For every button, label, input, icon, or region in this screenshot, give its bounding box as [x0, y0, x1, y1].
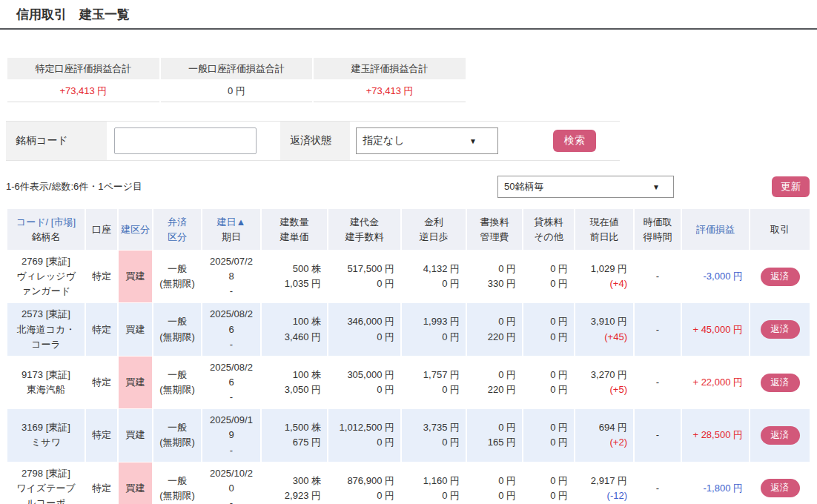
- current-price-cell: 2,917 円 (-12): [575, 462, 633, 504]
- account-cell: 特定: [86, 409, 117, 461]
- column-header-line: 口座: [88, 222, 115, 237]
- summary-value-tokutei: +73,413 円: [7, 81, 159, 102]
- stock-code-input[interactable]: [114, 127, 257, 154]
- quantity-cell: 100 株 3,460 円: [262, 303, 327, 355]
- negative-interest: 0 円: [408, 382, 460, 397]
- repayment-type-cell: 一般 (無期限): [153, 409, 201, 461]
- stock-code: 2798 [東証]: [13, 466, 79, 481]
- current-price-cell: 3,270 円 (+5): [575, 357, 633, 408]
- action-cell: 返済: [750, 462, 810, 504]
- search-button[interactable]: 検索: [553, 130, 596, 152]
- page-size-select[interactable]: 50銘柄毎 ▼: [497, 176, 674, 198]
- repayment-type: 一般: [159, 474, 195, 488]
- column-header[interactable]: 評価損益: [682, 209, 749, 250]
- stock-cell: 3169 [東証] ミサワ: [7, 409, 85, 461]
- stock-name: ヴィレッジヴァンガード: [13, 269, 79, 299]
- repay-button[interactable]: 返済: [761, 320, 800, 339]
- pl-cell: + 22,000 円: [682, 357, 749, 408]
- repayment-type-cell: 一般 (無期限): [153, 357, 201, 408]
- column-header[interactable]: 弁済区分: [153, 209, 201, 250]
- quantity: 500 株: [268, 262, 321, 276]
- other-fee: 0 円: [529, 488, 568, 503]
- column-header-line: コード/ [市場]: [10, 215, 82, 230]
- column-header-line: 弁済: [156, 215, 199, 230]
- column-header: 口座: [86, 209, 117, 250]
- summary-value-row: +73,413 円 0 円 +73,413 円: [7, 81, 466, 102]
- column-header[interactable]: 建日▲期日: [202, 209, 260, 250]
- repayment-type-cell: 一般 (無期限): [153, 251, 201, 302]
- date-cell: 2025/09/19 -: [202, 409, 260, 461]
- column-header[interactable]: コード/ [市場]銘柄名: [7, 209, 85, 250]
- current-price: 3,270 円: [581, 368, 627, 382]
- column-header-line: 現在値: [578, 215, 631, 230]
- position-row: 2798 [東証] ワイズテーブルコーポ 特定 買建 一般 (無期限) 2025…: [7, 462, 810, 504]
- current-price: 2,917 円: [581, 474, 627, 488]
- price-time-cell: -: [635, 251, 681, 302]
- column-header-line: 区分: [156, 230, 199, 245]
- rewrite-fee-cell: 0 円 0 円: [467, 462, 522, 504]
- unit-price: 2,923 円: [268, 488, 321, 503]
- summary-value-tategyoku: +73,413 円: [314, 81, 466, 102]
- stock-code: 2769 [東証]: [13, 254, 79, 269]
- interest-cell: 3,735 円 0 円: [402, 409, 466, 461]
- date-cell: 2025/08/26 -: [202, 303, 260, 355]
- quantity-cell: 100 株 3,050 円: [262, 357, 327, 408]
- repay-button[interactable]: 返済: [761, 479, 800, 497]
- column-header-line: 管理費: [469, 230, 520, 245]
- column-header: 現在値前日比: [575, 209, 633, 250]
- interest: 4,132 円: [408, 262, 460, 276]
- repay-status-select[interactable]: 指定なし ▼: [356, 127, 498, 154]
- interest: 3,735 円: [408, 420, 460, 435]
- stock-code: 9173 [東証]: [13, 368, 79, 382]
- repayment-type-cell: 一般 (無期限): [153, 303, 201, 355]
- repay-button[interactable]: 返済: [761, 374, 800, 392]
- quantity-cell: 500 株 1,035 円: [262, 251, 327, 302]
- positions-table: コード/ [市場]銘柄名口座建区分弁済区分建日▲期日建数量建単価建代金建手数料金…: [6, 208, 811, 504]
- account-cell: 特定: [86, 251, 117, 302]
- repayment-term: (無期限): [159, 382, 195, 397]
- repayment-term: (無期限): [159, 488, 195, 503]
- account-cell: 特定: [86, 357, 117, 408]
- interest-cell: 1,757 円 0 円: [402, 357, 466, 408]
- title-divider: [0, 28, 817, 30]
- refresh-button[interactable]: 更新: [772, 176, 810, 197]
- rewrite-fee-cell: 0 円 165 円: [467, 409, 522, 461]
- column-header[interactable]: 建区分: [119, 209, 152, 250]
- account-cell: 特定: [86, 462, 117, 504]
- amount: 305,000 円: [334, 368, 394, 382]
- lending-fee-cell: 0 円 0 円: [523, 462, 574, 504]
- column-header-line: 取引: [752, 222, 807, 237]
- other-fee: 0 円: [529, 435, 568, 450]
- unit-price: 675 円: [268, 435, 321, 450]
- stock-name: 東海汽船: [13, 382, 79, 397]
- amount-cell: 517,500 円 0 円: [328, 251, 400, 302]
- current-price: 3,910 円: [581, 314, 627, 329]
- due-date: -: [208, 443, 254, 458]
- repayment-type: 一般: [159, 420, 195, 435]
- column-header-line: 期日: [205, 230, 258, 245]
- column-header-line: 貸株料: [526, 215, 572, 230]
- page-title: 信用取引 建玉一覧: [0, 0, 817, 28]
- day-change: (+45): [581, 330, 627, 345]
- column-header-line: 建日▲: [205, 215, 258, 230]
- column-header: 建数量建単価: [262, 209, 327, 250]
- other-fee: 0 円: [529, 330, 568, 345]
- current-price-cell: 1,029 円 (+4): [575, 251, 633, 302]
- chevron-down-icon: ▼: [652, 183, 660, 191]
- rewrite-fee-cell: 0 円 220 円: [467, 357, 522, 408]
- column-header-line: その他: [526, 230, 572, 245]
- repayment-term: (無期限): [159, 435, 195, 450]
- current-price-cell: 694 円 (+2): [575, 409, 633, 461]
- filter-bar: 銘柄コード 返済状態 指定なし ▼ 検索: [6, 121, 620, 161]
- repay-button[interactable]: 返済: [761, 268, 800, 286]
- position-row: 9173 [東証] 東海汽船 特定 買建 一般 (無期限) 2025/08/26…: [7, 357, 810, 408]
- price-time-cell: -: [635, 462, 681, 504]
- repay-button[interactable]: 返済: [761, 426, 800, 445]
- position-type-cell: 買建: [119, 251, 152, 302]
- column-header-line: 金利: [404, 215, 463, 230]
- pl-cell: -1,800 円: [682, 462, 749, 504]
- result-count-info: 1-6件表示/総数:6件・1ページ目: [6, 180, 142, 193]
- summary-table: 特定口座評価損益合計 一般口座評価損益合計 建玉評価損益合計 +73,413 円…: [6, 56, 467, 104]
- repayment-type: 一般: [159, 314, 195, 329]
- amount-cell: 876,900 円 0 円: [328, 462, 400, 504]
